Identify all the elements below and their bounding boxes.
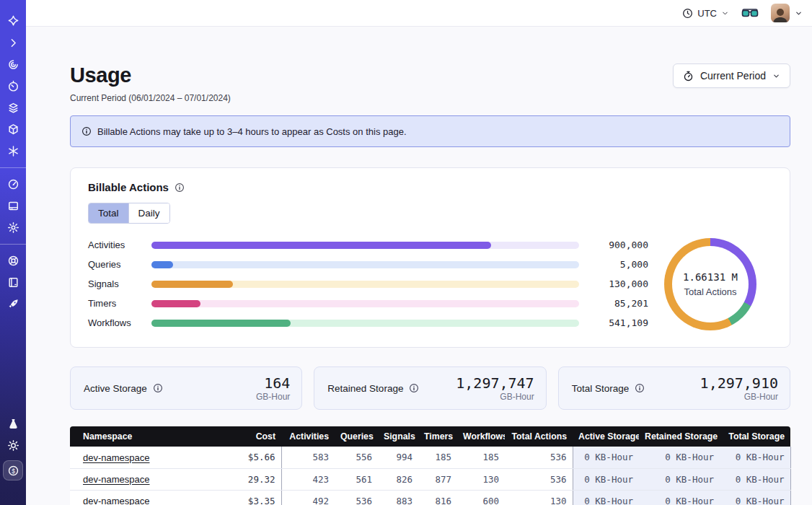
column-header-signals: Signals (378, 426, 418, 447)
usage-page: Usage Current Period (06/01/2024 – 07/01… (26, 27, 812, 505)
table-cell: 492 (281, 490, 335, 505)
storage-card-retained-storage: Retained Storage1,297,747GB-Hour (314, 366, 546, 410)
table-cell: 0 KB-Hour (720, 490, 790, 505)
namespace-link[interactable]: dev-namespace (83, 474, 150, 485)
lifebuoy-icon[interactable] (6, 254, 19, 267)
table-cell: 0 KB-Hour (720, 468, 790, 490)
column-header-workflows: Workflows (457, 426, 505, 447)
donut-total-value: 1.66131 M (683, 271, 738, 283)
table-cell: 423 (281, 468, 335, 490)
user-menu[interactable] (771, 4, 803, 22)
total-actions-donut: 1.66131 M Total Actions (664, 238, 756, 330)
book-icon[interactable] (6, 276, 19, 289)
table-cell: 883 (378, 490, 418, 505)
bar-row-queries: Queries5,000 (88, 255, 648, 274)
namespace-link[interactable]: dev-namespace (83, 452, 150, 463)
tab-total[interactable]: Total (89, 203, 128, 223)
storage-card-label: Total Storage (572, 383, 645, 394)
bar-fill (151, 242, 491, 249)
namespace-link[interactable]: dev-namespace (83, 496, 150, 505)
table-row: dev-namespace$5.665835569941851855360 KB… (70, 447, 790, 468)
swirl-icon[interactable] (6, 58, 19, 71)
table-cell: 0 KB-Hour (639, 490, 720, 505)
table-cell: 816 (418, 490, 457, 505)
temporal-logo-icon[interactable] (6, 14, 19, 27)
storage-card-unit: GB-Hour (456, 392, 534, 402)
namespace-usage-table: NamespaceCostActivitiesQueriesSignalsTim… (70, 426, 791, 505)
period-selector-button[interactable]: Current Period (673, 63, 790, 88)
stopwatch-icon (683, 71, 694, 82)
banner-text: Billable Actions may take up to 3–4 hour… (97, 126, 407, 137)
storage-cards-row: Active Storage164GB-HourRetained Storage… (70, 366, 790, 410)
column-header-retained-storage: Retained Storage (639, 426, 720, 447)
tab-daily[interactable]: Daily (128, 203, 169, 223)
bar-track (151, 320, 579, 327)
table-cell: 0 KB-Hour (573, 447, 639, 468)
timer-icon[interactable] (6, 79, 19, 92)
page-header: Usage Current Period (06/01/2024 – 07/01… (70, 63, 790, 103)
bar-value: 900,000 (579, 240, 648, 250)
clock-icon (682, 8, 693, 19)
cube-icon[interactable] (6, 123, 19, 136)
bar-row-timers: Timers85,201 (88, 294, 648, 313)
table-cell: 130 (457, 468, 505, 490)
bar-value: 541,109 (579, 317, 648, 328)
sidebar: $ (0, 0, 26, 505)
table-cell: 0 KB-Hour (639, 468, 720, 490)
table-cell: 536 (505, 468, 573, 490)
asterisk-icon[interactable] (6, 144, 19, 157)
bar-fill (151, 281, 233, 288)
namespace-usage-table-wrap: NamespaceCostActivitiesQueriesSignalsTim… (70, 426, 790, 505)
bar-label: Timers (88, 298, 151, 309)
total-daily-tabs: TotalDaily (88, 203, 170, 224)
bar-value: 130,000 (579, 278, 648, 289)
timezone-selector[interactable]: UTC (682, 8, 729, 19)
table-cell: 0 KB-Hour (639, 447, 720, 468)
table-cell: $3.35 (218, 490, 281, 505)
table-cell: 0 KB-Hour (573, 468, 639, 490)
donut-chart-area: 1.66131 M Total Actions (648, 238, 772, 330)
layers-icon[interactable] (6, 101, 19, 114)
billable-actions-card: Billable Actions TotalDaily Activities90… (70, 167, 790, 348)
info-icon[interactable] (175, 183, 185, 193)
page-title: Usage (70, 63, 231, 87)
gear-icon[interactable] (6, 221, 19, 234)
bar-row-signals: Signals130,000 (88, 274, 648, 294)
bar-value: 5,000 (579, 259, 648, 270)
svg-text:$: $ (12, 467, 15, 474)
bar-row-activities: Activities900,000 (88, 235, 648, 255)
sun-icon[interactable] (6, 439, 19, 452)
storage-card-unit: GB-Hour (700, 392, 778, 402)
table-cell: 0 KB-Hour (573, 490, 639, 505)
gauge-icon[interactable] (6, 177, 19, 190)
info-icon[interactable] (409, 383, 419, 393)
storage-card-active-storage: Active Storage164GB-Hour (70, 366, 302, 410)
table-cell: 130 (505, 490, 573, 505)
table-cell: dev-namespace (70, 447, 218, 468)
table-cell: 877 (418, 468, 457, 490)
timezone-label: UTC (697, 8, 717, 19)
table-header-row: NamespaceCostActivitiesQueriesSignalsTim… (70, 426, 790, 447)
bar-track (151, 300, 579, 307)
chevron-right-icon[interactable] (6, 36, 19, 49)
column-header-queries: Queries (335, 426, 378, 447)
rocket-icon[interactable] (6, 297, 19, 310)
dollar-icon[interactable]: $ (3, 460, 23, 480)
info-icon[interactable] (153, 383, 163, 393)
table-cell: 561 (335, 468, 378, 490)
column-header-active-storage: Active Storage (573, 426, 639, 447)
table-cell: 536 (335, 490, 378, 505)
bar-fill (151, 261, 173, 268)
table-cell: 556 (335, 447, 378, 468)
storage-card-label: Retained Storage (327, 383, 419, 394)
glasses-icon[interactable] (741, 7, 759, 19)
table-cell: 994 (378, 447, 418, 468)
bar-label: Workflows (88, 317, 151, 328)
window-icon[interactable] (6, 199, 19, 212)
chevron-down-icon (721, 9, 729, 17)
table-cell: 0 KB-Hour (720, 447, 790, 468)
storage-card-total-storage: Total Storage1,297,910GB-Hour (558, 366, 790, 410)
info-icon[interactable] (635, 383, 645, 393)
table-cell: 583 (281, 447, 335, 468)
flask-icon[interactable] (6, 417, 19, 430)
